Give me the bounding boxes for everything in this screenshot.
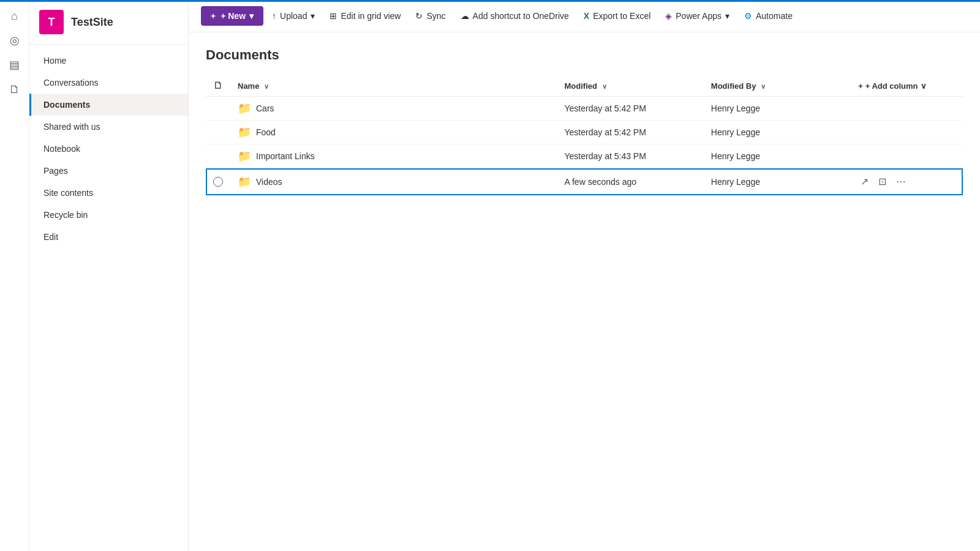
new-label: + New [221,11,246,21]
row-name-important-links[interactable]: 📁 Important Links [230,144,557,168]
toolbar: + + New ▾ ↑ Upload ▾ ⊞ Edit in grid view… [189,0,980,32]
apps-icon: ◎ [10,34,20,47]
header-checkbox-col: 🗋 [206,75,230,97]
row-actions-col-cars [851,97,963,121]
row-modified-by-important-links: Henry Legge [704,144,851,168]
table-row: 📁 Important Links Yesterday at 5:43 PM H… [206,144,963,168]
folder-name-food[interactable]: Food [256,127,276,137]
modified-col-label: Modified [565,81,597,91]
new-button[interactable]: + + New ▾ [201,6,263,26]
excel-icon: X [584,11,589,21]
site-title: TestSite [71,16,113,29]
folder-name-important-links[interactable]: Important Links [256,151,315,161]
add-col-plus-icon: + [858,81,863,91]
sync-label: Sync [426,11,445,21]
copy-icon: ⊡ [878,176,886,187]
modified-sort-icon: ∨ [602,83,607,90]
add-col-chevron-icon: ∨ [921,81,927,91]
content-area: Documents 🗋 Name ∨ Modified ∨ [189,32,980,551]
header-name[interactable]: Name ∨ [230,75,557,97]
row-modified-videos: A few seconds ago [557,168,704,195]
sidebar-item-documents[interactable]: Documents [29,94,188,116]
sidebar-nav: Home Conversations Documents Shared with… [29,45,188,253]
row-actions-col-food [851,121,963,144]
sidebar-item-shared-with-us[interactable]: Shared with us [29,116,188,138]
export-excel-button[interactable]: X Export to Excel [578,6,657,26]
sidebar-item-notebook[interactable]: Notebook [29,138,188,160]
sync-button[interactable]: ↻ Sync [409,6,451,26]
file-type-icon: 🗋 [213,80,223,91]
row-modified-by-food: Henry Legge [704,121,851,144]
power-apps-label: Power Apps [676,11,722,21]
add-column-button[interactable]: + + Add column ∨ [858,81,926,91]
icon-rail: ⌂ ◎ ▤ 🗋 [0,0,29,551]
sidebar: T TestSite Home Conversations Documents … [29,0,189,551]
add-shortcut-button[interactable]: ☁ Add shortcut to OneDrive [454,6,575,26]
row-name-videos[interactable]: 📁 Videos [230,168,557,195]
upload-label: Upload [280,11,307,21]
modified-by-sort-icon: ∨ [761,83,766,90]
shortcut-icon: ☁ [461,11,469,21]
site-logo: T [39,10,64,34]
automate-label: Automate [756,11,793,21]
sidebar-item-recycle-bin[interactable]: Recycle bin [29,204,188,226]
header-add-column[interactable]: + + Add column ∨ [851,75,963,97]
row-name-food[interactable]: 📁 Food [230,121,557,144]
add-shortcut-label: Add shortcut to OneDrive [473,11,569,21]
more-icon: ⋯ [896,176,906,187]
sidebar-item-site-contents[interactable]: Site contents [29,182,188,204]
header-modified[interactable]: Modified ∨ [557,75,704,97]
folder-name-videos[interactable]: Videos [256,177,282,187]
upload-chevron-icon: ▾ [311,11,315,21]
edit-grid-label: Edit in grid view [341,11,401,21]
apps-icon-btn[interactable]: ◎ [4,29,26,51]
pages-icon-btn[interactable]: 🗋 [4,78,26,100]
sidebar-item-home[interactable]: Home [29,50,188,72]
grid-icon: ⊞ [330,11,337,21]
power-apps-chevron-icon: ▾ [725,11,729,21]
upload-icon: ↑ [272,11,276,21]
share-icon: ↗ [861,176,869,187]
row-checkbox-cars[interactable] [206,97,230,121]
row-checkbox-videos[interactable] [206,168,230,195]
copy-action-button[interactable]: ⊡ [876,173,889,190]
row-checkbox-important-links[interactable] [206,144,230,168]
edit-grid-button[interactable]: ⊞ Edit in grid view [323,6,407,26]
folder-icon: 📁 [238,175,251,189]
sync-icon: ↻ [415,11,423,21]
row-modified-food: Yesterday at 5:42 PM [557,121,704,144]
row-name-cars[interactable]: 📁 Cars [230,97,557,121]
row-radio-videos[interactable] [213,177,223,187]
sidebar-item-edit[interactable]: Edit [29,226,188,248]
folder-icon: 📁 [238,126,251,139]
home-icon-btn[interactable]: ⌂ [4,5,26,27]
more-action-button[interactable]: ⋯ [894,173,908,190]
power-apps-button[interactable]: ◈ Power Apps ▾ [659,6,736,26]
table-row: 📁 Food Yesterday at 5:42 PM Henry Legge [206,121,963,144]
row-actions-videos: ↗ ⊡ ⋯ [851,168,963,195]
upload-button[interactable]: ↑ Upload ▾ [266,6,321,26]
page-title: Documents [206,47,963,63]
row-modified-by-cars: Henry Legge [704,97,851,121]
add-col-label: + Add column [865,81,918,91]
name-sort-icon: ∨ [264,83,269,90]
notes-icon-btn[interactable]: ▤ [4,54,26,76]
new-plus-icon: + [211,11,216,21]
export-excel-label: Export to Excel [593,11,650,21]
share-action-button[interactable]: ↗ [858,173,871,190]
home-icon: ⌂ [11,10,18,23]
table-row-videos: 📁 Videos A few seconds ago Henry Legge ↗ [206,168,963,195]
automate-button[interactable]: ⚙ Automate [738,6,799,26]
site-header: T TestSite [29,0,188,45]
folder-icon: 📁 [238,149,251,163]
folder-name-cars[interactable]: Cars [256,103,274,113]
sidebar-item-conversations[interactable]: Conversations [29,72,188,94]
power-apps-icon: ◈ [665,11,672,21]
row-modified-cars: Yesterday at 5:42 PM [557,97,704,121]
new-chevron-icon: ▾ [249,11,254,21]
header-modified-by[interactable]: Modified By ∨ [704,75,851,97]
row-modified-by-videos: Henry Legge [704,168,851,195]
notes-icon: ▤ [9,58,20,72]
row-checkbox-food[interactable] [206,121,230,144]
sidebar-item-pages[interactable]: Pages [29,160,188,182]
